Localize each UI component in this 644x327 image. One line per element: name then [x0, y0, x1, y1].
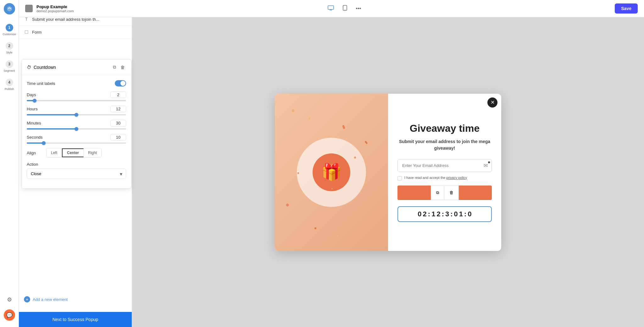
- countdown-days-1: 0: [418, 210, 421, 218]
- email-input-row: ✉ ✱: [397, 159, 492, 172]
- countdown-subpanel: ⏱ Countdown ⧉ 🗑 Time unit labels: [21, 59, 131, 189]
- subpanel-header: ⏱ Countdown ⧉ 🗑: [22, 59, 131, 75]
- days-value[interactable]: 2: [110, 91, 126, 98]
- popup-title: Giveaway time: [410, 122, 480, 134]
- countdown-seconds-1: 0: [454, 210, 458, 218]
- countdown-minutes-1: 3: [445, 210, 449, 218]
- action-row: Action Close: [27, 162, 126, 179]
- popup-right-panel: Giveaway time Submit your email address …: [388, 94, 501, 251]
- checkbox-row: I have read and accept the privacy polic…: [397, 176, 492, 180]
- nav-item-segment[interactable]: 3 Segment: [0, 57, 19, 75]
- app-url: demo2.popupsmart.com: [36, 9, 74, 13]
- seconds-slider-row: Seconds 10: [27, 134, 126, 144]
- svg-point-5: [345, 9, 345, 10]
- more-options-button[interactable]: •••: [353, 3, 364, 14]
- submit-button-2[interactable]: [459, 186, 492, 200]
- minutes-value[interactable]: 30: [110, 120, 126, 126]
- minutes-track[interactable]: [27, 128, 126, 130]
- days-label: Days: [27, 92, 36, 97]
- form-icon: ☐: [24, 30, 29, 35]
- popup-close-button[interactable]: ✕: [487, 97, 497, 108]
- countdown-hours-2: 2: [436, 210, 440, 218]
- next-button[interactable]: Next to Success Popup: [19, 312, 132, 327]
- countdown-extra: 0: [468, 210, 471, 218]
- countdown-sep-1: :: [428, 210, 430, 218]
- align-center-button[interactable]: Center: [62, 148, 84, 157]
- device-buttons: •••: [325, 3, 364, 14]
- privacy-text: I have read and accept the privacy polic…: [404, 176, 467, 180]
- text-icon: T: [24, 17, 29, 22]
- top-bar-left: Popup Example demo2.popupsmart.com: [25, 4, 74, 13]
- countdown-days-2: 2: [423, 210, 427, 218]
- save-button[interactable]: Save: [615, 3, 638, 14]
- privacy-checkbox[interactable]: [397, 176, 402, 180]
- gift-circle: 🎁: [297, 138, 366, 207]
- required-indicator: ✱: [488, 161, 490, 164]
- countdown-copy-button[interactable]: ⧉: [112, 63, 117, 71]
- top-bar: Popup Example demo2.popupsmart.com ••• S…: [19, 0, 644, 17]
- seconds-value[interactable]: 10: [110, 134, 126, 141]
- countdown-sep-3: :: [450, 210, 452, 218]
- action-select[interactable]: Close: [27, 169, 126, 179]
- nav-item-style[interactable]: 2 Style: [0, 39, 19, 57]
- countdown-display: 0 2 : 1 2 : 3 : 0 1 : 0: [397, 206, 492, 222]
- minutes-label: Minutes: [27, 121, 41, 125]
- svg-rect-1: [328, 6, 334, 9]
- countdown-sep-2: :: [442, 210, 444, 218]
- panel-item-form-label: Form: [32, 30, 42, 35]
- privacy-link[interactable]: privacy policy: [446, 176, 467, 180]
- align-buttons: Left Center Right: [46, 148, 102, 158]
- settings-icon[interactable]: ⚙: [7, 296, 12, 303]
- add-element-button[interactable]: + Add a new element: [19, 290, 132, 309]
- chat-icon[interactable]: 💬: [4, 309, 15, 321]
- hours-label: Hours: [27, 107, 38, 111]
- panel-item-form[interactable]: ☐ Form: [19, 26, 132, 39]
- popup-subtitle: Submit your email address to join the me…: [397, 138, 492, 152]
- align-label: Align: [27, 151, 42, 155]
- panel-item-text-label: Submit your email address tojoin th...: [32, 17, 99, 22]
- popup-left-panel: 🎁: [275, 94, 388, 251]
- time-unit-labels-toggle[interactable]: [115, 80, 126, 86]
- countdown-title: Countdown: [34, 65, 56, 70]
- site-info: Popup Example demo2.popupsmart.com: [36, 4, 74, 13]
- align-left-button[interactable]: Left: [47, 148, 62, 157]
- days-slider-row: Days 2: [27, 91, 126, 101]
- app-logo[interactable]: [4, 3, 15, 14]
- hours-track[interactable]: [27, 114, 126, 115]
- time-unit-labels-label: Time unit labels: [27, 81, 55, 86]
- add-icon: +: [24, 296, 30, 302]
- hours-slider-row: Hours 12: [27, 106, 126, 115]
- left-navigation: 1 Customize 2 Style 3 Segment 4 Publish …: [0, 0, 19, 327]
- submit-button[interactable]: [397, 186, 431, 200]
- countdown-hours-1: 1: [431, 210, 435, 218]
- countdown-seconds-2: 1: [459, 210, 463, 218]
- action-label: Action: [27, 162, 126, 167]
- countdown-sep-4: :: [464, 210, 466, 218]
- site-icon: [25, 5, 33, 12]
- delete-button[interactable]: 🗑: [444, 186, 459, 200]
- button-row: ⧉ 🗑: [397, 186, 492, 200]
- align-right-button[interactable]: Right: [84, 148, 101, 157]
- svg-point-0: [7, 6, 12, 11]
- app-title: Popup Example: [36, 4, 74, 9]
- time-unit-labels-row: Time unit labels: [27, 80, 126, 86]
- email-input[interactable]: [398, 159, 480, 172]
- days-track[interactable]: [27, 100, 126, 101]
- countdown-clock-icon: ⏱: [27, 65, 31, 70]
- nav-item-publish[interactable]: 4 Publish: [0, 75, 19, 94]
- tablet-view-button[interactable]: [340, 3, 350, 14]
- seconds-label: Seconds: [27, 135, 43, 140]
- action-select-wrapper: Close: [27, 169, 126, 179]
- nav-item-customize[interactable]: 1 Customize: [0, 21, 19, 39]
- popup-preview: 🎁 Giveaway time Submit your email addres…: [275, 94, 501, 251]
- add-element-label: Add a new element: [33, 297, 68, 302]
- desktop-view-button[interactable]: [325, 3, 337, 14]
- countdown-delete-button[interactable]: 🗑: [119, 63, 126, 71]
- copy-button[interactable]: ⧉: [431, 186, 444, 200]
- gift-icon: 🎁: [313, 153, 350, 191]
- canvas: 🎁 Giveaway time Submit your email addres…: [132, 17, 644, 327]
- hours-value[interactable]: 12: [110, 106, 126, 112]
- minutes-slider-row: Minutes 30: [27, 120, 126, 130]
- align-row: Align Left Center Right: [27, 148, 126, 158]
- seconds-track[interactable]: [27, 142, 126, 144]
